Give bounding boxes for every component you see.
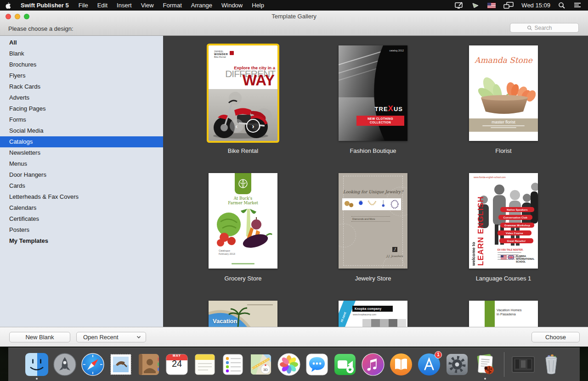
dock-ibooks-icon[interactable] xyxy=(390,353,413,376)
dock-trash-icon[interactable] xyxy=(540,353,563,376)
grocery-logo-tab xyxy=(235,173,251,194)
dock-messages-icon[interactable] xyxy=(305,353,328,376)
feature-pill: Great Results! xyxy=(499,238,533,243)
menu-help[interactable]: Help xyxy=(247,0,269,11)
sidebar-item-all[interactable]: All xyxy=(0,37,163,48)
sidebar-item-rack-cards[interactable]: Rack Cards xyxy=(0,81,163,92)
template-thumbnail-grocery-store[interactable]: At Buck's Farmer Market xyxy=(209,173,277,269)
welcome-to-text: welcome to xyxy=(471,191,476,266)
micro-text-line xyxy=(491,127,516,128)
sidebar-item-facing-pages[interactable]: Facing Pages xyxy=(0,103,163,114)
template-name-fashion-boutique: Fashion Boutique xyxy=(336,147,410,154)
template-thumbnail-florist[interactable]: Amanda Stone maste xyxy=(469,45,538,141)
dock-maps-icon[interactable]: 3D xyxy=(249,353,272,376)
menu-insert[interactable]: Insert xyxy=(112,0,136,11)
grocery-catalogue-text: Catalogue February 2013 xyxy=(219,249,235,256)
dock-safari-icon[interactable] xyxy=(81,353,104,376)
search-icon xyxy=(527,25,532,31)
sidebar-item-door-hangers[interactable]: Door Hangers xyxy=(0,169,163,180)
sidebar-item-my-templates[interactable]: My Templates xyxy=(0,235,163,247)
dock-system-preferences-icon[interactable] xyxy=(446,353,469,376)
recorder-icon[interactable] xyxy=(471,2,480,9)
apple-menu[interactable] xyxy=(0,0,16,11)
next-preview-button[interactable]: › xyxy=(246,119,260,133)
screen-sharing-icon[interactable] xyxy=(454,2,464,9)
ribbon-text: nt cent xyxy=(339,311,346,322)
menu-format[interactable]: Format xyxy=(158,0,187,11)
sidebar-item-forms[interactable]: Forms xyxy=(0,114,163,125)
new-blank-button[interactable]: New Blank xyxy=(9,332,70,342)
dock-itunes-icon[interactable] xyxy=(362,353,384,376)
dock-swift-publisher-icon[interactable] xyxy=(474,353,497,376)
company-url-text: www.knopkacomp.com xyxy=(353,313,376,316)
template-thumbnail-vacation[interactable]: Vacation xyxy=(209,301,277,327)
jewelry-headline: Looking for Unique Jewelry? xyxy=(339,190,407,194)
sidebar-item-cards[interactable]: Cards xyxy=(0,180,163,191)
sidebar-item-posters[interactable]: Posters xyxy=(0,224,163,235)
sidebar-item-menus[interactable]: Menus xyxy=(0,158,163,169)
dock-minimized-window-icon[interactable] xyxy=(512,353,535,376)
choose-button[interactable]: Choose xyxy=(531,332,580,342)
window-content: All Blank Brochures Flyers Rack Cards Ad… xyxy=(0,36,588,327)
vacation-text: Vacation xyxy=(213,318,237,325)
sidebar-item-calendars[interactable]: Calendars xyxy=(0,202,163,213)
search-field[interactable] xyxy=(510,23,579,33)
sidebar-item-social-media[interactable]: Social Media xyxy=(0,125,163,136)
sidebar-item-catalogs[interactable]: Catalogs xyxy=(0,136,163,147)
category-sidebar: All Blank Brochures Flyers Rack Cards Ad… xyxy=(0,36,163,327)
sidebar-item-adverts[interactable]: Adverts xyxy=(0,92,163,103)
prev-preview-button[interactable]: ‹ xyxy=(230,119,243,133)
flags xyxy=(501,255,514,259)
search-input[interactable] xyxy=(535,25,562,31)
sidebar-item-certificates[interactable]: Certificates xyxy=(0,213,163,224)
dock-contacts-icon[interactable] xyxy=(137,353,160,376)
vegetables-photo xyxy=(209,208,277,248)
green-bar xyxy=(485,301,495,327)
app-menu-title[interactable]: Swift Publisher 5 xyxy=(16,0,74,11)
sidebar-item-letterheads[interactable]: Letterheads & Fax Covers xyxy=(0,191,163,202)
micro-text-line xyxy=(482,125,525,126)
template-thumbnail-vacation-homes[interactable]: Vacation Homes in Pasadena xyxy=(469,301,538,327)
us-flag-input-source-icon[interactable] xyxy=(487,3,496,8)
open-recent-label: Open Recent xyxy=(83,334,119,341)
sidebar-item-newsletters[interactable]: Newsletters xyxy=(0,147,163,158)
menu-view[interactable]: View xyxy=(136,0,158,11)
template-thumbnail-language-courses[interactable]: www.florida-english-school.com welcome t… xyxy=(469,173,538,269)
open-recent-dropdown[interactable]: Open Recent xyxy=(76,332,146,342)
calendar-month-label: MAY xyxy=(165,354,188,357)
micro-url-line xyxy=(232,263,254,264)
menu-edit[interactable]: Edit xyxy=(93,0,112,11)
bw-collage xyxy=(362,319,407,327)
dock-facetime-icon[interactable] xyxy=(334,353,356,376)
dock-photos-icon[interactable] xyxy=(277,353,300,376)
dock-mail-icon[interactable] xyxy=(109,353,132,376)
motorcycle-photo xyxy=(209,89,277,141)
dock-notes-icon[interactable] xyxy=(193,353,216,376)
grocery-heading: At Buck's Farmer Market xyxy=(209,196,277,205)
spotlight-search-icon[interactable] xyxy=(558,2,565,9)
app-store-badge: 1 xyxy=(435,351,442,359)
dock-reminders-icon[interactable] xyxy=(221,353,244,376)
sidebar-item-flyers[interactable]: Flyers xyxy=(0,70,163,81)
dock-app-store-icon[interactable]: 1 xyxy=(418,353,441,376)
sidebar-item-brochures[interactable]: Brochures xyxy=(0,59,163,70)
notification-center-icon[interactable] xyxy=(573,2,582,9)
dock-finder-icon[interactable] xyxy=(25,353,48,376)
red-heading-text: EX USU TALE NOSTER. xyxy=(498,248,523,251)
sidebar-item-blank[interactable]: Blank xyxy=(0,48,163,59)
template-thumbnail-jewelry-store[interactable]: Looking for Unique Jewelry? Diamonds and… xyxy=(339,173,407,269)
window-header: Template Gallery Please choose a design: xyxy=(0,11,588,36)
menu-arrange[interactable]: Arrange xyxy=(187,0,217,11)
menu-window[interactable]: Window xyxy=(217,0,247,11)
template-thumbnail-knopka[interactable]: nt cent Knopka company www.knopkacomp.co… xyxy=(339,301,407,327)
jewelers-signature: J.J. Jewelers xyxy=(386,254,403,258)
dock-launchpad-icon[interactable] xyxy=(53,353,76,376)
window-footer: New Blank Open Recent Choose xyxy=(0,327,588,347)
template-thumbnail-fashion-boutique[interactable]: catalog 2012 TREXUS NEW CLOTHING COLLECT… xyxy=(339,45,407,141)
template-thumbnail-bike-rental[interactable]: 2WHEEL WONDER Bike Rental Explore the ci… xyxy=(209,45,277,141)
displays-icon[interactable] xyxy=(503,2,514,9)
menu-bar-clock[interactable]: Wed 15:09 xyxy=(521,2,550,9)
dock-calendar-icon[interactable]: MAY 24 xyxy=(165,353,188,376)
school-url-text: www.florida-english-school.com xyxy=(474,176,506,179)
menu-file[interactable]: File xyxy=(74,0,93,11)
